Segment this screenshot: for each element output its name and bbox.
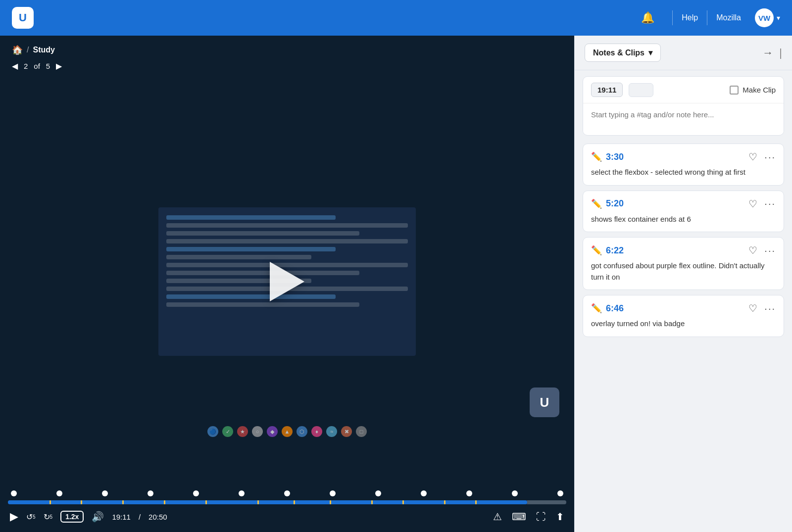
note-time-1[interactable]: 5:20: [606, 198, 624, 209]
panel-collapse-button[interactable]: |: [779, 47, 782, 59]
note-heart-button-0[interactable]: ♡: [748, 151, 757, 163]
notes-clips-label: Notes & Clips: [593, 48, 644, 57]
note-heart-button-1[interactable]: ♡: [748, 198, 757, 210]
current-time-display: 19:11: [112, 513, 131, 521]
progress-fill: [8, 500, 527, 504]
note-time-2[interactable]: 6:22: [606, 245, 624, 256]
note-more-button-3[interactable]: ···: [764, 303, 776, 314]
notification-bell[interactable]: 🔔: [641, 11, 654, 24]
note-edit-icon[interactable]: ✏️: [591, 151, 602, 162]
right-panel-header: Notes & Clips ▾ → |: [575, 36, 792, 70]
chapter-dot[interactable]: [56, 490, 62, 496]
share-button[interactable]: ⬆: [556, 511, 564, 523]
nav-divider-2: [707, 10, 707, 25]
tool-icon: ≈: [326, 426, 337, 437]
chapter-dot[interactable]: [239, 490, 245, 496]
note-marker: [444, 500, 446, 504]
help-link[interactable]: Help: [682, 13, 698, 22]
chapter-dot[interactable]: [557, 490, 563, 496]
note-edit-icon[interactable]: ✏️: [591, 245, 602, 256]
tool-icon: 🔵: [207, 426, 218, 437]
top-nav: U 🔔 Help Mozilla VW ▾: [0, 0, 792, 36]
progress-track-wrapper: [0, 500, 574, 506]
note-more-button-2[interactable]: ···: [764, 245, 776, 256]
app-logo[interactable]: U: [12, 7, 34, 29]
mock-line: [166, 255, 311, 259]
note-timestamp-badge: 19:11: [591, 83, 623, 97]
note-card-header: ✏️ 6:46 ♡ ···: [591, 302, 776, 314]
tool-icon: ✓: [222, 426, 233, 437]
note-card: ✏️ 5:20 ♡ ··· shows flex container ends …: [583, 191, 784, 233]
home-icon[interactable]: 🏠: [12, 45, 23, 55]
make-clip-checkbox[interactable]: [730, 86, 739, 95]
user-menu-caret[interactable]: ▾: [777, 14, 780, 22]
user-avatar[interactable]: VW: [755, 8, 774, 27]
note-heart-button-3[interactable]: ♡: [748, 302, 757, 314]
chapter-dot[interactable]: [102, 490, 108, 496]
keyboard-button[interactable]: ⌨: [512, 511, 526, 523]
warning-button[interactable]: ⚠: [493, 511, 502, 523]
note-edit-icon[interactable]: ✏️: [591, 303, 602, 314]
chapter-dot[interactable]: [330, 490, 336, 496]
note-time-0[interactable]: 3:30: [606, 152, 624, 162]
controls-row: ▶ ↺5 ↻5 1.2x 🔊 19:11 / 20:50 ⚠ ⌨ ⛶ ⬆: [0, 506, 574, 527]
chapter-dot[interactable]: [148, 490, 153, 496]
fullscreen-button[interactable]: ⛶: [536, 511, 546, 523]
note-more-button-0[interactable]: ···: [764, 151, 776, 163]
video-background: [0, 77, 574, 486]
chapter-dot[interactable]: [284, 490, 290, 496]
volume-button[interactable]: 🔊: [92, 511, 104, 523]
main-area: 🏠 / Study ◀ 2 of 5 ▶: [0, 36, 792, 532]
progress-track[interactable]: [8, 500, 566, 504]
skip-forward-button[interactable]: ↻5: [44, 512, 53, 522]
note-card: ✏️ 6:22 ♡ ··· got confused about purple …: [583, 237, 784, 290]
chapter-dot[interactable]: [193, 490, 199, 496]
note-marker: [330, 500, 331, 504]
progress-dots-row: [0, 486, 574, 500]
pagination-total: 5: [46, 62, 50, 70]
note-time-3[interactable]: 6:46: [606, 303, 624, 314]
u-badge-overlay[interactable]: U: [530, 387, 559, 417]
make-clip-row: Make Clip: [730, 86, 776, 95]
pagination-current: 2: [24, 62, 28, 70]
note-marker: [164, 500, 165, 504]
video-panel: 🏠 / Study ◀ 2 of 5 ▶: [0, 36, 574, 532]
play-pause-button[interactable]: ▶: [10, 510, 18, 523]
note-card: ✏️ 3:30 ♡ ··· select the flexbox - selec…: [583, 144, 784, 186]
notes-clips-button[interactable]: Notes & Clips ▾: [585, 44, 661, 62]
next-page-button[interactable]: ▶: [56, 61, 62, 71]
note-edit-icon[interactable]: ✏️: [591, 198, 602, 209]
progress-markers: [8, 500, 527, 504]
make-clip-label: Make Clip: [742, 86, 776, 94]
tool-icon: ○: [252, 426, 263, 437]
tool-icon: ★: [237, 426, 248, 437]
panel-arrow-button[interactable]: →: [762, 47, 773, 59]
note-marker: [371, 500, 373, 504]
prev-page-button[interactable]: ◀: [12, 61, 18, 71]
chapter-dot[interactable]: [11, 490, 17, 496]
tool-icon: ◆: [267, 426, 278, 437]
mozilla-label[interactable]: Mozilla: [716, 13, 741, 22]
chapter-dot[interactable]: [421, 490, 427, 496]
play-button-overlay[interactable]: [270, 262, 304, 301]
note-more-button-1[interactable]: ···: [764, 198, 776, 209]
note-text-1: shows flex container ends at 6: [591, 214, 776, 225]
mock-line: [166, 247, 336, 251]
right-panel: Notes & Clips ▾ → | 19:11 Make Clip ✏: [574, 36, 792, 532]
controls-right: ⚠ ⌨ ⛶ ⬆: [493, 511, 564, 523]
note-marker: [122, 500, 124, 504]
chapter-dot[interactable]: [512, 490, 518, 496]
chapter-dot[interactable]: [466, 490, 472, 496]
note-text-3: overlay turned on! via badge: [591, 318, 776, 330]
note-text-2: got confused about purple flex outline. …: [591, 260, 776, 283]
chapter-dot[interactable]: [375, 490, 381, 496]
pagination-row: ◀ 2 of 5 ▶: [0, 59, 574, 77]
time-separator: /: [139, 513, 141, 521]
note-heart-button-2[interactable]: ♡: [748, 244, 757, 256]
progress-remaining: [527, 500, 566, 504]
note-marker: [81, 500, 82, 504]
note-card-header: ✏️ 6:22 ♡ ···: [591, 244, 776, 256]
playback-speed-button[interactable]: 1.2x: [60, 511, 84, 523]
note-textarea[interactable]: [583, 103, 784, 133]
skip-back-button[interactable]: ↺5: [26, 512, 36, 522]
